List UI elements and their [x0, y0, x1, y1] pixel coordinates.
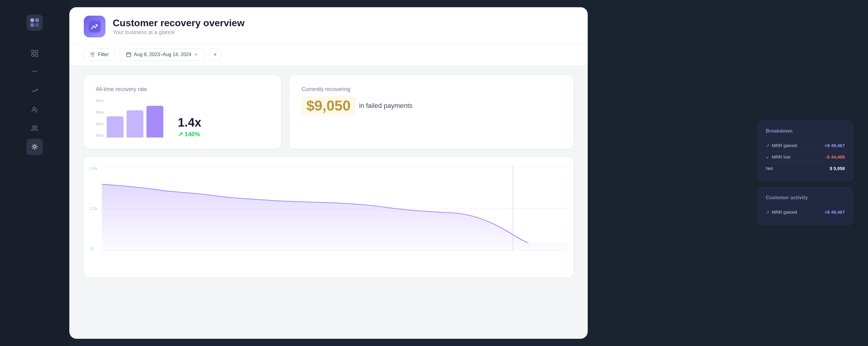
sidebar-icon-chart[interactable] [27, 64, 43, 80]
recovering-amount-row: $9,050 in failed payments [301, 96, 561, 115]
y-label-95: 95% [96, 99, 104, 103]
sidebar [0, 0, 69, 346]
y-label-90: 90% [96, 110, 104, 115]
sidebar-icon-users[interactable] [27, 101, 43, 118]
alltime-title: All-time recovery rate [96, 86, 269, 93]
svg-point-11 [35, 126, 37, 128]
card-header: Customer recovery overview Your business… [69, 7, 588, 44]
date-range-badge: Aug 8, 2023–Aug 14, 2024 ✕ [120, 49, 204, 61]
page-subtitle: Your business at a glance [113, 29, 245, 36]
filter-bar: Filter Aug 8, 2023–Aug 14, 2024 ✕ + [69, 44, 588, 66]
right-sidebar: Breakdown ↗ MRR gained +$ 49,467 ↙ MRR l… [757, 121, 854, 225]
page-title: Customer recovery overview [113, 18, 245, 29]
svg-rect-5 [35, 50, 38, 53]
sidebar-icon-trend[interactable] [27, 83, 43, 99]
breakdown-mrr-gained-label: ↗ MRR gained [766, 143, 797, 148]
svg-point-12 [33, 146, 36, 148]
sidebar-icon-people[interactable] [27, 120, 43, 136]
breakdown-mrr-lost-value: -$ 44,408 [826, 154, 845, 159]
line-y-10: 1x [90, 246, 97, 250]
svg-rect-3 [35, 23, 39, 27]
breakdown-net-value: $ 5,058 [830, 166, 845, 171]
top-row: All-time recovery rate 95% 90% 85% 80% [84, 75, 573, 149]
bar-3 [147, 106, 163, 137]
bar-2 [127, 110, 144, 137]
date-range-text: Aug 8, 2023–Aug 14, 2024 [134, 52, 191, 57]
filter-button[interactable]: Filter [84, 49, 115, 61]
breakdown-net-label: Net [766, 166, 773, 171]
customer-activity-widget: Customer activity ↗ MRR gained +$ 49,467 [757, 187, 854, 225]
content-area: All-time recovery rate 95% 90% 85% 80% [69, 66, 588, 287]
recovering-text: in failed payments [359, 102, 412, 110]
line-chart-svg [102, 166, 567, 250]
alltime-recovery-card: All-time recovery rate 95% 90% 85% 80% [84, 75, 281, 149]
recovering-label: Currently recovering [301, 86, 561, 93]
svg-rect-14 [127, 53, 131, 57]
svg-rect-2 [30, 23, 34, 27]
breakdown-mrr-gained-value: +$ 49,467 [825, 143, 845, 148]
breakdown-widget: Breakdown ↗ MRR gained +$ 49,467 ↙ MRR l… [757, 121, 854, 182]
breakdown-mrr-gained-row: ↗ MRR gained +$ 49,467 [766, 140, 845, 151]
date-close-icon[interactable]: ✕ [194, 52, 198, 57]
svg-rect-4 [32, 50, 34, 53]
header-text: Customer recovery overview Your business… [113, 18, 245, 36]
bar-1 [107, 116, 124, 137]
app-logo [27, 14, 43, 31]
currently-recovering-card: Currently recovering $9,050 in failed pa… [289, 75, 573, 149]
chart-stats: 1.4x ↗ 140% [178, 116, 201, 138]
arrow-down-icon: ↙ [766, 155, 770, 159]
activity-mrr-gained-row: ↗ MRR gained +$ 49,467 [766, 207, 845, 218]
line-chart-card: 1.4x 1.2x 1x [84, 157, 573, 278]
header-icon [84, 16, 105, 37]
breakdown-net-row: Net $ 5,058 [766, 163, 845, 174]
activity-mrr-gained-label: ↗ MRR gained [766, 210, 797, 215]
activity-arrow-up-icon: ↗ [766, 210, 770, 215]
add-filter-button[interactable]: + [209, 49, 221, 61]
svg-point-9 [33, 107, 35, 109]
recovery-percent: ↗ 140% [178, 130, 201, 138]
filter-label: Filter [98, 52, 109, 57]
svg-rect-13 [89, 21, 101, 33]
sidebar-icon-settings[interactable] [27, 139, 43, 155]
y-label-80: 80% [96, 133, 104, 138]
recovery-multiplier: 1.4x [178, 116, 201, 129]
breakdown-mrr-lost-row: ↙ MRR lost -$ 44,408 [766, 151, 845, 163]
svg-point-8 [37, 70, 38, 71]
y-label-85: 85% [96, 122, 104, 126]
main-card: Customer recovery overview Your business… [69, 7, 588, 339]
svg-rect-0 [30, 19, 34, 22]
sidebar-icon-grid[interactable] [27, 45, 43, 61]
svg-rect-6 [32, 54, 34, 56]
breakdown-title: Breakdown [766, 128, 845, 134]
arrow-up-icon: ↗ [766, 143, 770, 148]
line-y-14: 1.4x [90, 166, 97, 170]
activity-mrr-gained-value: +$ 49,467 [825, 210, 845, 215]
app-container: Customer recovery overview Your business… [0, 0, 868, 346]
customer-activity-title: Customer activity [766, 195, 845, 200]
svg-rect-1 [35, 19, 39, 22]
line-y-12: 1.2x [90, 206, 97, 211]
breakdown-mrr-lost-label: ↙ MRR lost [766, 154, 790, 159]
recovering-amount: $9,050 [301, 96, 355, 115]
svg-point-10 [33, 126, 35, 128]
svg-rect-7 [35, 54, 38, 56]
